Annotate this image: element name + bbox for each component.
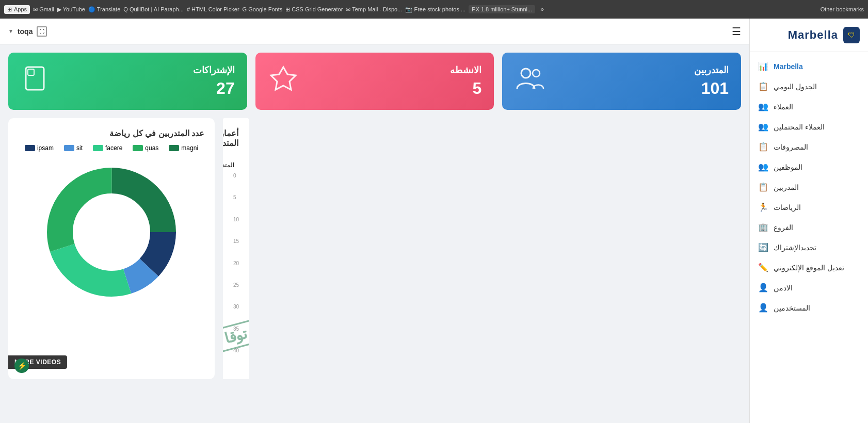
legend-label-sit: sit <box>76 144 83 152</box>
px-tab[interactable]: PX 1.8 million+ Stunni... <box>469 5 535 13</box>
sidebar-item-clients[interactable]: العملاء 👥 <box>750 96 868 117</box>
admin-icon: 👤 <box>758 283 768 292</box>
sidebar: Marbella 🛡 Marbella 📊 الجدول اليومي 📋 ال… <box>749 19 868 423</box>
stat-card-trainees[interactable]: المتدربين 101 <box>502 53 741 110</box>
sidebar-item-expenses[interactable]: المصروفات 📋 <box>750 137 868 157</box>
trainees-icon <box>515 63 545 100</box>
stat-title-trainees: المتدربين <box>694 64 729 76</box>
branches-icon: 🏢 <box>758 222 768 232</box>
charts-row: عدد المتدربين في كل رياضة ipsam sit <box>8 118 741 379</box>
svg-point-2 <box>521 69 531 78</box>
bar-chart-title: أعمار المتدربين <box>233 128 238 148</box>
bookmarks-label: Other bookmarks <box>821 6 864 12</box>
stat-value-trainees: 101 <box>694 79 729 98</box>
quillbot-tab[interactable]: Q QuillBot | AI Paraph... <box>123 6 184 12</box>
sidebar-item-daily-schedule[interactable]: الجدول اليومي 📋 <box>750 76 868 96</box>
legend-dot-facere <box>93 145 103 151</box>
sidebar-item-employees[interactable]: الموظفين 👥 <box>750 157 868 177</box>
sidebar-item-users[interactable]: المستخدمين 👤 <box>750 298 868 318</box>
sidebar-item-label-marbella: Marbella <box>774 62 803 71</box>
sidebar-item-label-daily: الجدول اليومي <box>774 83 817 91</box>
sidebar-item-label-prospects: العملاء المحتملين <box>774 123 825 131</box>
sidebar-item-admin[interactable]: الادمن 👤 <box>750 278 868 298</box>
top-nav: ▼ toqa ⛶ ☰ <box>0 19 749 44</box>
sidebar-nav: Marbella 📊 الجدول اليومي 📋 العملاء 👥 الع… <box>750 52 868 423</box>
stat-card-activities[interactable]: الانشطه 5 <box>255 53 494 110</box>
edit-icon: ✏️ <box>758 263 768 272</box>
sidebar-item-branches[interactable]: الفروع 🏢 <box>750 217 868 237</box>
sidebar-item-label-renew: تجديدالإشتراك <box>774 243 816 252</box>
sidebar-item-edit-website[interactable]: تعديل الموقع الإلكتروني ✏️ <box>750 257 868 278</box>
stat-value-subscriptions: 27 <box>193 79 235 98</box>
bar-legend-label: عدد المتدربين <box>223 154 234 169</box>
browser-bar: ⊞ Apps ✉ Gmail ▶ YouTube 🔵 Translate Q Q… <box>0 0 868 19</box>
legend-dot-magni <box>169 145 179 151</box>
legend-item-quas: quas <box>133 144 158 152</box>
legend-label-magni: magni <box>181 144 198 152</box>
stat-title-activities: الانشطه <box>450 64 481 76</box>
expand-button[interactable]: ⛶ <box>37 26 47 37</box>
bar-chart-card: أعمار المتدربين عدد المتدربين 40 35 30 2… <box>223 118 249 379</box>
sidebar-item-label-trainers: المدربين <box>774 183 799 191</box>
sidebar-item-sports[interactable]: الرياضات 🏃 <box>750 197 868 217</box>
prospects-icon: 👥 <box>758 122 768 132</box>
apps-icon: ⊞ <box>7 6 12 13</box>
sidebar-item-trainers[interactable]: المدربين 📋 <box>750 177 868 197</box>
gmail-tab[interactable]: ✉ Gmail <box>33 6 54 13</box>
employees-icon: 👥 <box>758 162 768 172</box>
legend-dot-ipsam <box>25 145 35 151</box>
schedule-icon: 📋 <box>758 82 768 91</box>
toqa-icon: ⚡ <box>14 359 29 373</box>
sidebar-item-label-expenses: المصروفات <box>774 143 808 151</box>
legend-item-facere: facere <box>93 144 122 152</box>
stat-text-activities: الانشطه 5 <box>450 64 481 98</box>
translate-tab[interactable]: 🔵 Translate <box>88 6 120 13</box>
stock-photos-tab[interactable]: 📷 Free stock photos ... <box>405 6 465 13</box>
sidebar-item-prospects[interactable]: العملاء المحتملين 👥 <box>750 117 868 137</box>
sidebar-header: Marbella 🛡 <box>750 19 868 52</box>
stats-row: الإشتراكات 27 الانشطه 5 <box>8 53 741 110</box>
brand-name[interactable]: toqa <box>18 27 33 36</box>
legend-item-magni: magni <box>169 144 198 152</box>
sidebar-item-label-employees: الموظفين <box>774 163 802 171</box>
color-picker-tab[interactable]: # HTML Color Picker <box>187 6 239 12</box>
renew-icon: 🔄 <box>758 242 768 252</box>
tempmail-tab[interactable]: ✉ Temp Mail - Dispo... <box>346 6 402 13</box>
y-axis: 40 35 30 25 20 15 10 5 0 <box>233 173 249 353</box>
app-wrapper: ▼ toqa ⛶ ☰ <box>0 19 868 423</box>
donut-chart-title: عدد المتدربين في كل رياضة <box>19 128 204 138</box>
sidebar-brand: Marbella <box>788 28 838 42</box>
svg-rect-0 <box>26 67 44 90</box>
sports-icon: 🏃 <box>758 202 768 212</box>
stat-value-activities: 5 <box>450 79 481 98</box>
dashboard-content: الإشتراكات 27 الانشطه 5 <box>0 44 749 423</box>
overflow-button[interactable]: » <box>540 6 544 13</box>
youtube-tab[interactable]: ▶ YouTube <box>57 6 85 13</box>
donut-legend: ipsam sit facere quas <box>19 144 204 152</box>
sidebar-item-label-branches: الفروع <box>774 223 793 232</box>
legend-dot-quas <box>133 145 143 151</box>
stat-text-trainees: المتدربين 101 <box>694 64 729 98</box>
legend-label-quas: quas <box>145 144 158 152</box>
svg-rect-1 <box>28 69 34 75</box>
apps-tab[interactable]: ⊞ Apps <box>4 5 30 14</box>
google-fonts-tab[interactable]: G Google Fonts <box>243 6 283 12</box>
stat-title-subscriptions: الإشتراكات <box>193 64 235 76</box>
trainers-icon: 📋 <box>758 182 768 192</box>
sidebar-item-renew-subscription[interactable]: تجديدالإشتراك 🔄 <box>750 237 868 257</box>
donut-container <box>19 160 204 304</box>
stat-text-subscriptions: الإشتراكات 27 <box>193 64 235 98</box>
legend-label-ipsam: ipsam <box>37 144 54 152</box>
sidebar-item-label-website: تعديل الموقع الإلكتروني <box>774 264 844 272</box>
css-grid-tab[interactable]: ⊞ CSS Grid Generator <box>285 6 343 13</box>
hamburger-button[interactable]: ☰ <box>732 25 741 38</box>
stat-card-subscriptions[interactable]: الإشتراكات 27 <box>8 53 247 110</box>
shield-icon: 🛡 <box>848 31 855 39</box>
sidebar-item-label-users: المستخدمين <box>774 304 810 312</box>
sidebar-logo: 🛡 <box>843 27 860 43</box>
bar-chart-wrapper: 40 35 30 25 20 15 10 5 0 <box>233 173 238 369</box>
activity-icon <box>268 63 299 100</box>
sidebar-item-label-clients: العملاء <box>774 103 793 111</box>
legend-item-ipsam: ipsam <box>25 144 54 152</box>
sidebar-item-marbella[interactable]: Marbella 📊 <box>750 56 868 76</box>
